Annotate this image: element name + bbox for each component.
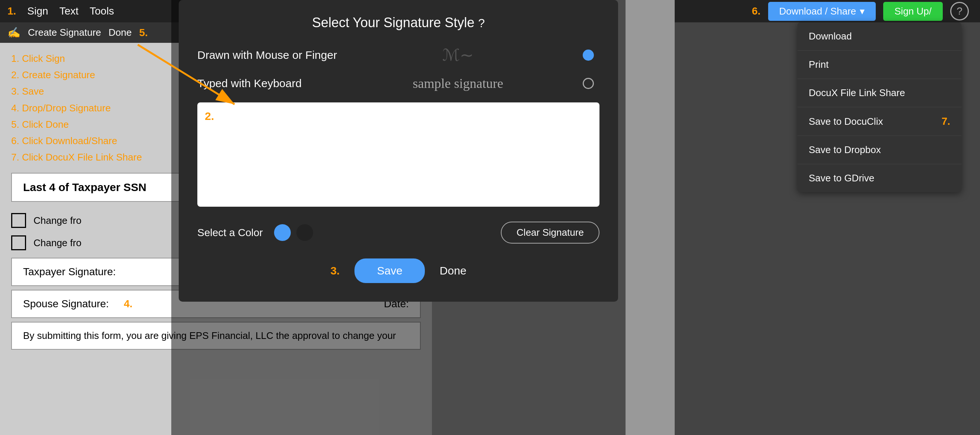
dropdown-docuclix-step: 7. <box>942 115 950 127</box>
color-label: Select a Color <box>197 227 263 239</box>
checkbox-2[interactable] <box>11 235 26 250</box>
dropdown-menu: Download Print DocuX File Link Share Sav… <box>797 22 961 192</box>
step1-label: 1. <box>8 5 16 17</box>
help-button[interactable]: ? <box>950 2 969 21</box>
checkbox-label-2: Change fro <box>33 237 81 249</box>
dropdown-item-print[interactable]: Print <box>797 51 961 79</box>
clear-signature-button[interactable]: Clear Signature <box>501 221 600 244</box>
text-button[interactable]: Text <box>59 5 78 17</box>
sign-button[interactable]: Sign <box>27 5 48 17</box>
dropdown-item-dropbox[interactable]: Save to Dropbox <box>797 136 961 164</box>
checkbox-label-1: Change fro <box>33 215 81 226</box>
dropdown-print-label: Print <box>809 59 829 70</box>
dropdown-docux-label: DocuX File Link Share <box>809 87 905 99</box>
modal-help-icon[interactable]: ? <box>478 16 485 30</box>
tools-button[interactable]: Tools <box>90 5 114 17</box>
chevron-down-icon: ▾ <box>860 6 865 17</box>
canvas-step-label: 2. <box>205 110 214 123</box>
checkbox-1[interactable] <box>11 213 26 228</box>
typed-radio[interactable] <box>583 78 594 89</box>
modal-overlay: Select Your Signature Style ? Drawn with… <box>171 0 625 435</box>
modal-title: Select Your Signature Style ? <box>197 15 600 30</box>
right-panel: 6. Download / Share ▾ Sign Up/ ? Downloa… <box>675 0 980 435</box>
step5-label: 5. <box>139 27 148 39</box>
right-top-bar: 6. Download / Share ▾ Sign Up/ ? <box>675 0 980 22</box>
dropdown-item-docuclix[interactable]: Save to DocuClix 7. <box>797 107 961 136</box>
color-black-swatch[interactable] <box>296 224 313 241</box>
sig-typed-preview: sample signature <box>339 76 577 91</box>
sig-typed-label: Typed with Keyboard <box>197 77 339 90</box>
drawn-radio-wrap[interactable] <box>577 49 600 61</box>
signature-icon: ✍ <box>8 26 21 39</box>
download-share-button[interactable]: Download / Share ▾ <box>768 2 876 21</box>
dropdown-item-download[interactable]: Download <box>797 22 961 51</box>
signup-button[interactable]: Sign Up/ <box>883 2 943 21</box>
sig-drawn-label: Drawn with Mouse or Finger <box>197 49 339 61</box>
sig-style-typed-row: Typed with Keyboard sample signature <box>197 76 600 91</box>
step6-label: 6. <box>752 5 760 17</box>
color-blue-swatch[interactable] <box>274 224 291 241</box>
typed-preview-text: sample signature <box>413 76 503 91</box>
dropdown-item-gdrive[interactable]: Save to GDrive <box>797 164 961 192</box>
taxpayer-sig-label: Taxpayer Signature: <box>23 266 116 278</box>
dropdown-gdrive-label: Save to GDrive <box>809 172 874 184</box>
spouse-sig-label: Spouse Signature: <box>23 298 109 310</box>
dropdown-docuclix-label: Save to DocuClix <box>809 116 883 127</box>
done-label[interactable]: Done <box>109 27 132 38</box>
sig-bottom-row: 3. Save Done <box>197 258 600 283</box>
typed-radio-wrap[interactable] <box>577 78 600 89</box>
drawn-radio[interactable] <box>583 49 594 61</box>
dropdown-download-label: Download <box>809 30 852 42</box>
signature-canvas[interactable]: 2. <box>197 102 600 207</box>
sig-actions-row: Select a Color Clear Signature <box>197 221 600 244</box>
dropdown-item-docux[interactable]: DocuX File Link Share <box>797 79 961 107</box>
spouse-step4-label: 4. <box>124 298 132 310</box>
step3-label: 3. <box>330 265 340 277</box>
signature-modal: Select Your Signature Style ? Drawn with… <box>179 0 618 302</box>
sig-drawn-preview: ℳ∼ <box>339 45 577 64</box>
done-button[interactable]: Done <box>440 265 466 277</box>
sig-style-drawn-row: Drawn with Mouse or Finger ℳ∼ <box>197 45 600 64</box>
create-signature-label[interactable]: Create Signature <box>28 27 101 38</box>
drawn-preview-text: ℳ∼ <box>442 46 474 64</box>
save-button[interactable]: Save <box>355 258 425 283</box>
dropdown-dropbox-label: Save to Dropbox <box>809 144 881 156</box>
